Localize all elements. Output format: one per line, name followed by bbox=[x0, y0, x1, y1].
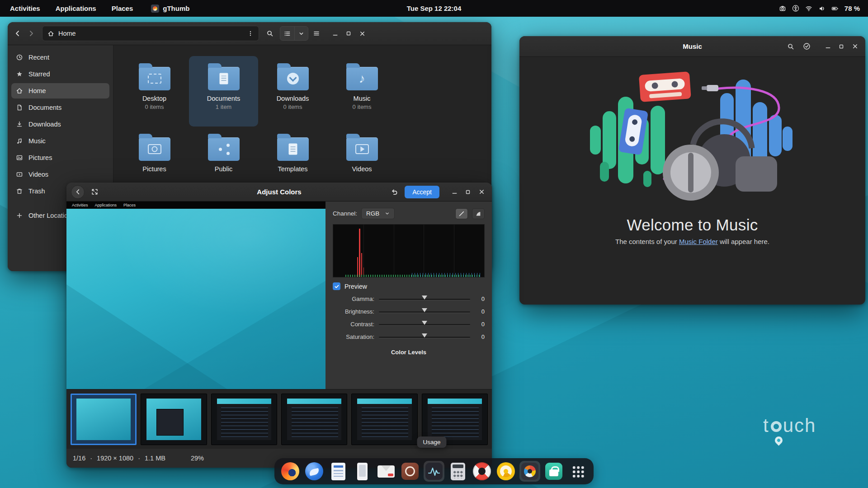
slider-thumb[interactable] bbox=[422, 333, 427, 338]
folder-name: Documents bbox=[207, 95, 240, 102]
folder-downloads[interactable]: Downloads 0 items bbox=[258, 56, 327, 127]
list-view-button[interactable] bbox=[280, 27, 294, 40]
sidebar-item-starred[interactable]: Starred bbox=[11, 66, 109, 82]
saturation-slider[interactable] bbox=[379, 333, 470, 341]
preview-checkbox[interactable]: Preview bbox=[333, 282, 485, 290]
folder-music[interactable]: Music 0 items bbox=[327, 56, 396, 127]
applications-menu[interactable]: Applications bbox=[56, 5, 96, 12]
topbar-left: Activities Applications Places gThumb bbox=[0, 5, 189, 13]
dock-mail[interactable] bbox=[376, 461, 396, 482]
select-mode-button[interactable] bbox=[801, 41, 812, 52]
thunderbird-icon bbox=[305, 462, 323, 480]
preview-menu-item: Applications bbox=[95, 203, 117, 207]
minimize-button[interactable] bbox=[448, 186, 460, 198]
slider-thumb[interactable] bbox=[422, 308, 427, 312]
thumbnail-2[interactable] bbox=[141, 394, 207, 445]
thumbnail-3[interactable] bbox=[211, 394, 277, 445]
slider-thumb[interactable] bbox=[422, 296, 427, 300]
forward-button[interactable] bbox=[26, 28, 37, 39]
maximize-icon bbox=[465, 189, 471, 195]
sidebar-item-downloads[interactable]: Downloads bbox=[11, 117, 109, 132]
path-options-kebab-icon[interactable] bbox=[247, 30, 254, 37]
music-empty-state: Welcome to Music The contents of your Mu… bbox=[519, 57, 865, 305]
back-button[interactable] bbox=[71, 185, 85, 199]
watermark-text: t bbox=[763, 415, 769, 436]
accept-button[interactable]: Accept bbox=[405, 186, 439, 198]
desktop: tuch Home bbox=[0, 0, 868, 488]
maximize-button[interactable] bbox=[462, 186, 474, 198]
search-button[interactable] bbox=[785, 41, 796, 52]
sidebar-item-home[interactable]: Home bbox=[11, 83, 109, 99]
minimize-button[interactable] bbox=[822, 41, 834, 52]
gthumb-icon bbox=[521, 463, 538, 480]
music-note-icon bbox=[16, 137, 23, 145]
sidebar-item-music[interactable]: Music bbox=[11, 133, 109, 149]
channel-select[interactable]: RGB bbox=[361, 208, 395, 219]
search-button[interactable] bbox=[264, 28, 275, 39]
sidebar-label: Music bbox=[28, 137, 46, 145]
sidebar-item-pictures[interactable]: Pictures bbox=[11, 150, 109, 165]
folder-documents[interactable]: Documents 1 item bbox=[189, 56, 258, 127]
thumbnail-4[interactable] bbox=[281, 394, 347, 445]
welcome-text-pre: The contents of your bbox=[615, 238, 679, 245]
path-bar[interactable]: Home bbox=[42, 26, 259, 41]
sidebar-item-recent[interactable]: Recent bbox=[11, 50, 109, 65]
maximize-button[interactable] bbox=[343, 28, 354, 39]
dock-gthumb[interactable] bbox=[519, 461, 540, 482]
list-view-icon bbox=[284, 30, 291, 37]
dock-calculator[interactable] bbox=[448, 461, 468, 482]
focused-app-menu[interactable]: gThumb bbox=[151, 5, 189, 13]
hamburger-icon bbox=[313, 30, 320, 37]
checkbox-checked-icon bbox=[333, 282, 340, 290]
view-options-button[interactable] bbox=[295, 27, 308, 40]
sidebar-item-documents[interactable]: Documents bbox=[11, 100, 109, 115]
close-button[interactable] bbox=[476, 186, 487, 198]
folder-name: Videos bbox=[352, 165, 372, 173]
clock-button[interactable]: Tue Sep 12 22:04 bbox=[407, 5, 462, 12]
view-toggle bbox=[280, 26, 308, 41]
template-emblem-icon bbox=[288, 144, 297, 155]
brightness-slider[interactable] bbox=[379, 307, 470, 315]
dock-software[interactable] bbox=[543, 461, 564, 482]
document-icon bbox=[16, 104, 23, 111]
dialog-title: Adjust Colors bbox=[257, 188, 301, 196]
slider-thumb[interactable] bbox=[422, 321, 427, 325]
logarithmic-histogram-button[interactable] bbox=[472, 208, 485, 219]
dock-app-grid[interactable] bbox=[567, 461, 588, 482]
maximize-button[interactable] bbox=[835, 41, 847, 52]
path-label: Home bbox=[58, 30, 76, 37]
places-menu[interactable]: Places bbox=[112, 5, 133, 12]
undo-button[interactable] bbox=[389, 186, 400, 197]
thumbnail-5[interactable] bbox=[351, 394, 417, 445]
top-bar: Activities Applications Places gThumb Tu… bbox=[0, 0, 868, 17]
hamburger-menu-button[interactable] bbox=[311, 28, 322, 39]
dock-firefox[interactable] bbox=[280, 461, 301, 482]
mail-icon bbox=[377, 465, 395, 478]
folder-name: Pictures bbox=[142, 165, 166, 173]
thumbnail-1[interactable] bbox=[71, 394, 137, 445]
dock bbox=[274, 458, 594, 484]
dock-libreoffice-writer[interactable] bbox=[328, 461, 349, 482]
contrast-slider[interactable] bbox=[379, 320, 470, 328]
linear-histogram-button[interactable] bbox=[455, 208, 468, 219]
folder-desktop[interactable]: Desktop 0 items bbox=[120, 56, 189, 127]
dock-photos[interactable] bbox=[400, 461, 420, 482]
back-button[interactable] bbox=[12, 28, 23, 39]
dock-help[interactable] bbox=[472, 461, 492, 482]
gamma-slider[interactable] bbox=[379, 295, 470, 303]
music-headerbar: Music bbox=[519, 36, 865, 57]
activities-button[interactable]: Activities bbox=[10, 5, 40, 12]
minimize-button[interactable] bbox=[329, 28, 341, 39]
fullscreen-button[interactable] bbox=[89, 186, 100, 197]
system-status-area[interactable]: 78 % bbox=[779, 0, 868, 17]
dock-disk-usage-analyzer[interactable] bbox=[495, 461, 516, 482]
sidebar-item-videos[interactable]: Videos bbox=[11, 167, 109, 182]
music-folder-link[interactable]: Music Folder bbox=[679, 238, 718, 245]
close-button[interactable] bbox=[849, 41, 861, 52]
dock-thunderbird[interactable] bbox=[304, 461, 325, 482]
dock-usage[interactable] bbox=[424, 461, 444, 482]
app-grid-icon bbox=[571, 465, 584, 478]
close-button[interactable] bbox=[356, 28, 368, 39]
dock-phone[interactable] bbox=[352, 461, 373, 482]
plus-icon bbox=[16, 212, 23, 219]
